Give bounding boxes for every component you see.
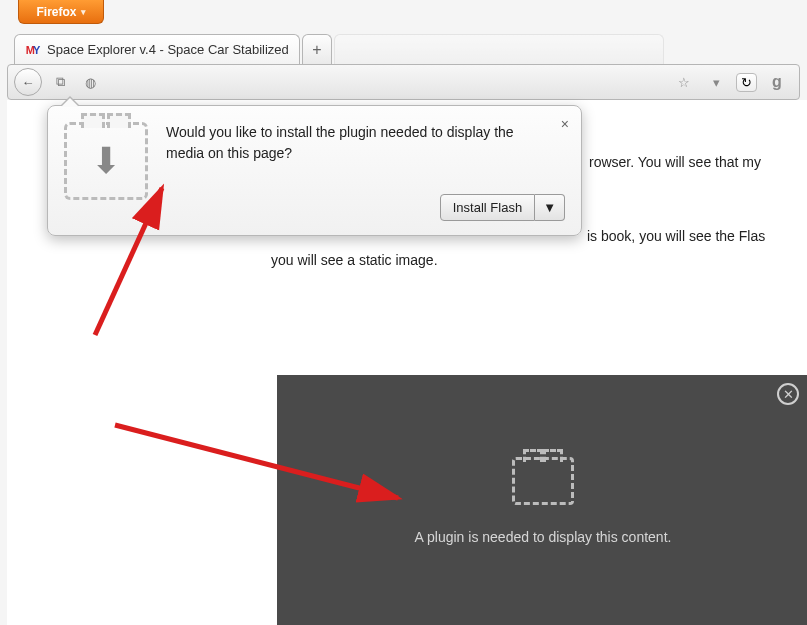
- chevron-down-icon: ▼: [543, 200, 556, 215]
- close-icon: ×: [561, 116, 569, 132]
- chevron-down-icon: ▾: [81, 7, 86, 17]
- plus-icon: +: [312, 41, 321, 59]
- tab-groups-button[interactable]: ⧉: [48, 70, 72, 94]
- reload-icon: ↻: [741, 75, 752, 90]
- search-engine-button[interactable]: g: [765, 70, 789, 94]
- download-arrow-icon: ⬇: [91, 143, 121, 179]
- firefox-menu-label: Firefox: [36, 5, 76, 19]
- install-flash-dropdown-button[interactable]: ▼: [535, 194, 565, 221]
- star-icon: ☆: [678, 75, 690, 90]
- tab-title: Space Explorer v.4 - Space Car Stabilize…: [47, 42, 289, 57]
- plugin-download-icon: ⬇: [64, 122, 148, 200]
- toolbar-right: ☆ ▾ ↻ g: [672, 70, 793, 94]
- install-flash-button[interactable]: Install Flash: [440, 194, 535, 221]
- plugin-lego-icon: [512, 457, 574, 505]
- plugin-placeholder-message: A plugin is needed to display this conte…: [415, 529, 672, 545]
- globe-icon: ◍: [85, 75, 96, 90]
- chevron-down-icon: ▾: [713, 75, 720, 90]
- tab-active[interactable]: MY Space Explorer v.4 - Space Car Stabil…: [14, 34, 300, 64]
- close-doorhanger-button[interactable]: ×: [561, 116, 569, 132]
- back-arrow-icon: ←: [22, 75, 35, 90]
- close-icon: ✕: [783, 387, 794, 402]
- install-flash-button-group: Install Flash ▼: [440, 194, 565, 221]
- tab-groups-icon: ⧉: [56, 74, 65, 90]
- close-placeholder-button[interactable]: ✕: [777, 383, 799, 405]
- google-icon: g: [772, 73, 782, 91]
- site-identity-button[interactable]: ◍: [78, 70, 102, 94]
- page-text-line: you will see a static image.: [271, 250, 438, 271]
- page-text-fragment: rowser. You will see that my: [589, 152, 761, 173]
- firefox-menu-button[interactable]: Firefox ▾: [18, 0, 104, 24]
- install-flash-label: Install Flash: [453, 200, 522, 215]
- plugin-placeholder[interactable]: ✕ A plugin is needed to display this con…: [277, 375, 807, 625]
- new-tab-button[interactable]: +: [302, 34, 332, 64]
- bookmark-star-button[interactable]: ☆: [672, 70, 696, 94]
- back-button[interactable]: ←: [14, 68, 42, 96]
- install-plugin-doorhanger: ⬇ × Would you like to install the plugin…: [47, 105, 582, 236]
- tab-inactive[interactable]: [334, 34, 664, 64]
- tab-bar: MY Space Explorer v.4 - Space Car Stabil…: [14, 30, 800, 64]
- history-dropdown-button[interactable]: ▾: [704, 70, 728, 94]
- doorhanger-message: Would you like to install the plugin nee…: [166, 122, 565, 164]
- favicon-icon: MY: [25, 42, 41, 58]
- navigation-toolbar: ← ⧉ ◍ ☆ ▾ ↻ g: [7, 64, 800, 100]
- page-text-fragment: is book, you will see the Flas: [587, 226, 765, 247]
- reload-button[interactable]: ↻: [736, 73, 757, 92]
